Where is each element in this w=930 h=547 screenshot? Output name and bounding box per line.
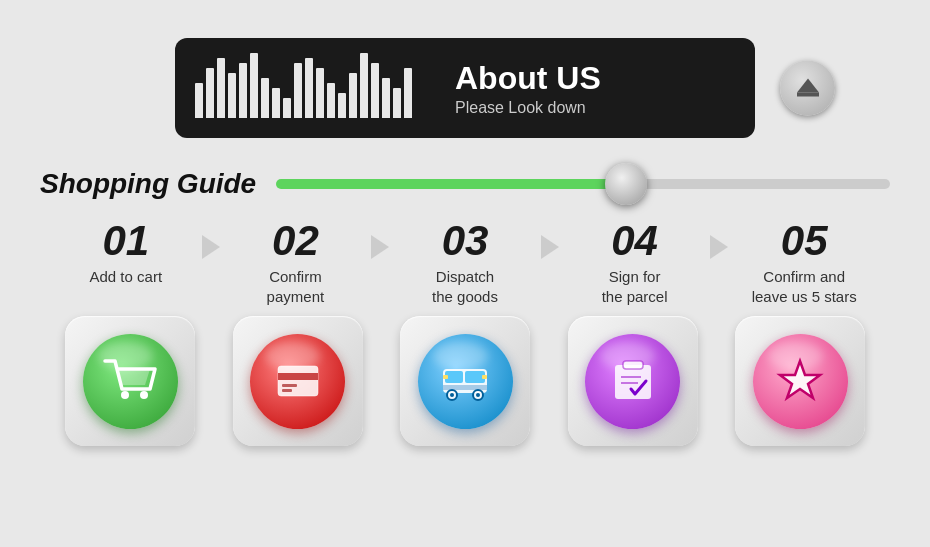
slider-thumb[interactable] [605,163,647,205]
step-4: 04 Sign forthe parcel [559,220,711,306]
star-icon [770,351,830,411]
payment-button[interactable] [233,316,363,446]
payment-icon [268,351,328,411]
sign-icon-circle [585,334,680,429]
banner-subtitle: Please Look down [455,99,601,117]
banner-text: About US Please Look down [455,60,601,117]
arrow-2 [371,220,389,259]
step-2-number: 02 [272,220,319,262]
arrow-1 [202,220,220,259]
section-header: Shopping Guide [40,168,890,200]
arrow-3 [541,220,559,259]
step-1: 01 Add to cart [50,220,202,287]
shopping-section: Shopping Guide 01 Add to cart 02 Confirm… [0,138,930,446]
cart-icon [100,351,160,411]
sign-icon [603,351,663,411]
step-3: 03 Dispatchthe goods [389,220,541,306]
svg-point-12 [476,393,480,397]
shopping-guide-title: Shopping Guide [40,168,256,200]
sign-button[interactable] [568,316,698,446]
step-3-label: Dispatchthe goods [432,267,498,306]
step-4-number: 04 [611,220,658,262]
slider-container[interactable] [276,169,890,199]
step-5-number: 05 [781,220,828,262]
payment-icon-circle [250,334,345,429]
svg-marker-20 [780,361,820,398]
step-3-number: 03 [442,220,489,262]
step-2-label: Confirmpayment [267,267,325,306]
truck-icon [435,351,495,411]
header-banner: About US Please Look down [175,38,755,138]
svg-point-0 [121,391,129,399]
step-4-label: Sign forthe parcel [602,267,668,306]
icons-row [40,316,890,446]
star-icon-circle [753,334,848,429]
dispatch-icon-circle [418,334,513,429]
cart-icon-circle [83,334,178,429]
star-button[interactable] [735,316,865,446]
cart-button[interactable] [65,316,195,446]
svg-point-1 [140,391,148,399]
svg-rect-13 [443,385,487,390]
eject-button[interactable] [780,61,835,116]
svg-rect-17 [623,361,643,369]
eject-icon [797,78,819,92]
svg-rect-5 [282,389,292,392]
step-1-number: 01 [102,220,149,262]
svg-rect-3 [278,373,318,380]
steps-row: 01 Add to cart 02 Confirmpayment 03 Disp… [40,220,890,306]
arrow-4 [710,220,728,259]
svg-rect-4 [282,384,297,387]
step-2: 02 Confirmpayment [220,220,372,306]
svg-rect-14 [443,375,448,379]
dispatch-button[interactable] [400,316,530,446]
banner-title: About US [455,60,601,97]
slider-track [276,179,890,189]
equalizer-graphic [195,53,435,123]
step-5-label: Confirm andleave us 5 stars [752,267,857,306]
svg-point-10 [450,393,454,397]
svg-rect-15 [482,375,487,379]
step-1-label: Add to cart [90,267,163,287]
step-5: 05 Confirm andleave us 5 stars [728,220,880,306]
